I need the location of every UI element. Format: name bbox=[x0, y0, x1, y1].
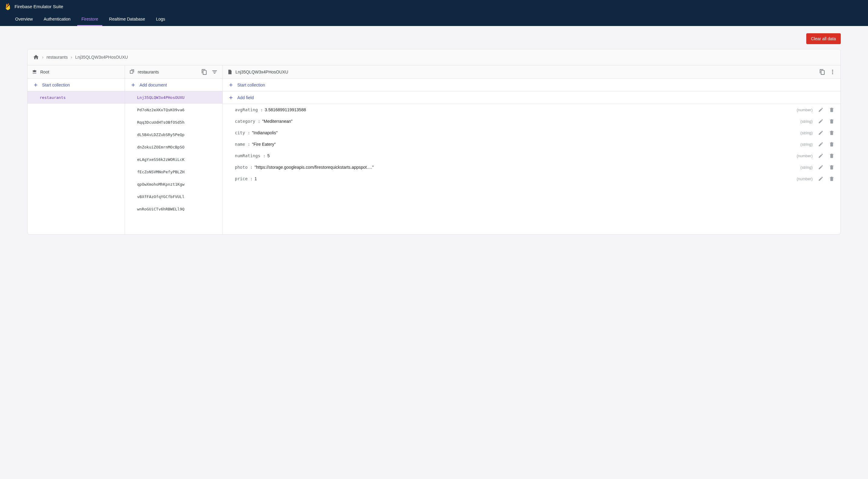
edit-icon[interactable] bbox=[818, 141, 824, 147]
more-vert-icon[interactable] bbox=[829, 68, 836, 76]
field-type: (number) bbox=[797, 153, 813, 158]
collection-icon bbox=[129, 69, 135, 75]
field-key: category : bbox=[235, 119, 260, 124]
svg-point-1 bbox=[832, 71, 833, 72]
breadcrumb-collection[interactable]: restaurants bbox=[46, 55, 68, 60]
logo-wrap: Firebase Emulator Suite bbox=[5, 3, 63, 10]
field-row: category :"Mediterranean"(string) bbox=[223, 115, 840, 127]
tab-logs[interactable]: Logs bbox=[152, 13, 169, 26]
plus-icon bbox=[130, 82, 136, 88]
document-item[interactable]: fEcZoNSVMNoPefyPBLZH bbox=[125, 166, 222, 178]
delete-icon[interactable] bbox=[829, 107, 834, 112]
field-type: (number) bbox=[797, 108, 813, 112]
document-item[interactable]: dnZokuiZOEmrnMOcBpSO bbox=[125, 141, 222, 153]
field-type: (number) bbox=[797, 177, 813, 181]
field-type: (string) bbox=[801, 119, 813, 124]
chevron-right-icon: › bbox=[42, 55, 43, 60]
tab-firestore[interactable]: Firestore bbox=[77, 13, 102, 26]
column-collection-title: restaurants bbox=[138, 70, 159, 74]
field-value: 3.5816899119913588 bbox=[265, 107, 795, 112]
svg-point-2 bbox=[832, 73, 833, 74]
tab-realtime-database[interactable]: Realtime Database bbox=[105, 13, 149, 26]
field-row: avgRating :3.5816899119913588(number) bbox=[223, 104, 840, 115]
tab-authentication[interactable]: Authentication bbox=[39, 13, 75, 26]
document-item[interactable]: vBXfFAzOfqYGCfbFVULl bbox=[125, 191, 222, 203]
fields-list: avgRating :3.5816899119913588(number)cat… bbox=[223, 104, 840, 184]
edit-icon[interactable] bbox=[818, 153, 824, 159]
copy-icon[interactable] bbox=[200, 68, 208, 76]
breadcrumb: › restaurants › Lnj35QLQW3x4PHosOUXU bbox=[28, 49, 840, 65]
field-actions bbox=[818, 165, 834, 170]
field-value: 5 bbox=[267, 153, 795, 158]
start-collection-button[interactable]: Start collection bbox=[223, 79, 840, 91]
document-item[interactable]: Lnj35QLQW3x4PHosOUXU bbox=[125, 91, 222, 104]
column-document: Lnj35QLQW3x4PHosOUXU Start collection Ad… bbox=[223, 65, 840, 234]
app-title: Firebase Emulator Suite bbox=[14, 4, 63, 9]
start-collection-label: Start collection bbox=[237, 82, 265, 88]
nav-tabs: Overview Authentication Firestore Realti… bbox=[0, 13, 868, 26]
field-actions bbox=[818, 176, 834, 181]
field-actions bbox=[818, 107, 834, 112]
column-document-header: Lnj35QLQW3x4PHosOUXU bbox=[223, 65, 840, 79]
columns: Root Start collection restaurants restau… bbox=[28, 65, 840, 234]
home-icon[interactable] bbox=[33, 54, 39, 60]
document-item[interactable]: wnRoGUiCTv6hRBWELl9Q bbox=[125, 203, 222, 215]
app-header: Firebase Emulator Suite bbox=[0, 0, 868, 13]
filter-icon[interactable] bbox=[211, 68, 218, 76]
plus-icon bbox=[228, 82, 234, 88]
delete-icon[interactable] bbox=[829, 141, 834, 147]
root-collection-list: restaurants bbox=[28, 91, 125, 104]
column-root-title: Root bbox=[40, 70, 49, 74]
document-item[interactable]: Rqq3DcuUdHTsOBfOSd5h bbox=[125, 116, 222, 129]
field-row: name :"Fire Eatery"(string) bbox=[223, 138, 840, 150]
document-icon bbox=[227, 69, 232, 75]
column-root: Root Start collection restaurants bbox=[28, 65, 125, 234]
field-actions bbox=[818, 130, 834, 135]
clear-all-data-button[interactable]: Clear all data bbox=[806, 33, 841, 44]
document-item[interactable]: eLAgYxeSS6k2zWORiLcK bbox=[125, 153, 222, 166]
add-document-button[interactable]: Add document bbox=[125, 79, 222, 91]
field-actions bbox=[818, 118, 834, 124]
field-type: (string) bbox=[801, 131, 813, 135]
add-field-label: Add field bbox=[237, 95, 254, 100]
edit-icon[interactable] bbox=[818, 118, 824, 124]
edit-icon[interactable] bbox=[818, 130, 824, 135]
edit-icon[interactable] bbox=[818, 107, 824, 112]
copy-icon[interactable] bbox=[819, 68, 826, 76]
add-document-label: Add document bbox=[140, 82, 167, 88]
field-row: city :"Indianapolis"(string) bbox=[223, 127, 840, 138]
plus-icon bbox=[33, 82, 38, 88]
chevron-right-icon: › bbox=[71, 55, 72, 60]
document-list: Lnj35QLQW3x4PHosOUXU Pd7oNz2eXKxTQsKO9va… bbox=[125, 91, 222, 215]
edit-icon[interactable] bbox=[818, 176, 824, 181]
column-root-header: Root bbox=[28, 65, 125, 79]
field-row: numRatings :5(number) bbox=[223, 150, 840, 162]
collection-item[interactable]: restaurants bbox=[28, 91, 125, 104]
field-actions bbox=[818, 153, 834, 159]
document-item[interactable]: Pd7oNz2eXKxTQsKO9va6 bbox=[125, 104, 222, 116]
field-value: "Fire Eatery" bbox=[252, 142, 799, 147]
action-bar: Clear all data bbox=[0, 26, 868, 49]
column-collection-header: restaurants bbox=[125, 65, 222, 79]
field-key: avgRating : bbox=[235, 107, 263, 112]
column-collection: restaurants Add document Lnj35QLQW3x4PHo… bbox=[125, 65, 223, 234]
edit-icon[interactable] bbox=[818, 165, 824, 170]
field-value: "https://storage.googleapis.com/firestor… bbox=[254, 165, 799, 170]
field-actions bbox=[818, 141, 834, 147]
delete-icon[interactable] bbox=[829, 165, 834, 170]
field-key: name : bbox=[235, 142, 250, 147]
document-item[interactable]: dL5B4vLDZZubSRy5PeQp bbox=[125, 129, 222, 141]
field-key: numRatings : bbox=[235, 153, 266, 158]
tab-overview[interactable]: Overview bbox=[11, 13, 37, 26]
document-item[interactable]: qpOwXmohoMhKpnzt1Kgw bbox=[125, 178, 222, 191]
field-type: (string) bbox=[801, 142, 813, 147]
delete-icon[interactable] bbox=[829, 176, 834, 181]
field-key: price : bbox=[235, 176, 253, 181]
column-document-title: Lnj35QLQW3x4PHosOUXU bbox=[236, 70, 288, 74]
breadcrumb-document[interactable]: Lnj35QLQW3x4PHosOUXU bbox=[75, 55, 128, 60]
add-field-button[interactable]: Add field bbox=[223, 91, 840, 104]
delete-icon[interactable] bbox=[829, 130, 834, 135]
delete-icon[interactable] bbox=[829, 118, 834, 124]
delete-icon[interactable] bbox=[829, 153, 834, 159]
start-collection-button[interactable]: Start collection bbox=[28, 79, 125, 91]
